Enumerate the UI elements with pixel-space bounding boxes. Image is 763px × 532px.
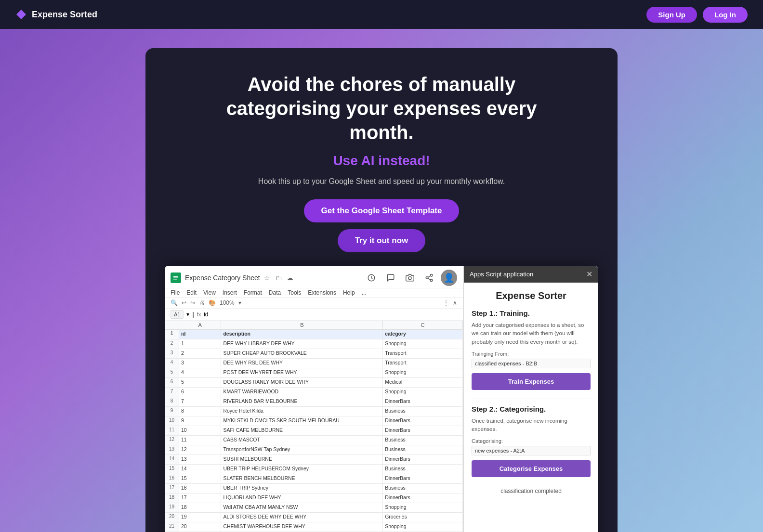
cell-desc[interactable]: Wdl ATM CBA ATM MANLY NSW xyxy=(221,503,383,512)
cell-c1[interactable]: category xyxy=(383,330,463,339)
cell-cat[interactable]: Groceries xyxy=(383,513,463,522)
cell-id[interactable]: 8 xyxy=(179,407,221,416)
cell-id[interactable]: 12 xyxy=(179,445,221,454)
menu-insert[interactable]: Insert xyxy=(223,289,237,296)
cell-cat[interactable]: Transport xyxy=(383,359,463,368)
cell-cat[interactable]: DinnerBars xyxy=(383,426,463,435)
cell-desc[interactable]: CHEMIST WAREHOUSE DEE WHY xyxy=(221,522,383,532)
cell-cat[interactable]: Shopping xyxy=(383,368,463,377)
cell-id[interactable]: 7 xyxy=(179,397,221,406)
paint-icon[interactable]: 🎨 xyxy=(209,299,216,306)
cell-id[interactable]: 17 xyxy=(179,493,221,503)
cell-desc[interactable]: DEE WHY LIBRARY DEE WHY xyxy=(221,339,383,349)
cell-cat[interactable]: Shopping xyxy=(383,339,463,349)
cell-desc[interactable]: MYKI STKLD CMCLTS SKR SOUTH MELBOURAU xyxy=(221,416,383,426)
cell-cat[interactable]: Business xyxy=(383,407,463,416)
cell-id[interactable]: 19 xyxy=(179,513,221,522)
cell-cat[interactable]: Shopping xyxy=(383,503,463,512)
cell-a1[interactable]: id xyxy=(179,330,221,339)
zoom-icon[interactable]: 🔍 xyxy=(171,299,178,306)
history-icon[interactable] xyxy=(364,270,379,285)
cell-desc[interactable]: SUPER CHEAP AUTO BROOKVALE xyxy=(221,349,383,358)
cell-cat[interactable]: Shopping xyxy=(383,388,463,397)
cell-id[interactable]: 10 xyxy=(179,426,221,435)
cell-id[interactable]: 3 xyxy=(179,359,221,368)
cell-desc[interactable]: DOUGLASS HANLY MOIR DEE WHY xyxy=(221,378,383,387)
col-header-c[interactable]: C xyxy=(383,321,463,329)
cell-desc[interactable]: TransportforNSW Tap Sydney xyxy=(221,445,383,454)
col-header-a[interactable]: A xyxy=(179,321,221,329)
cell-cat[interactable]: DinnerBars xyxy=(383,455,463,464)
train-expenses-button[interactable]: Train Expenses xyxy=(472,373,591,390)
cell-desc[interactable]: Royce Hotel Kilda xyxy=(221,407,383,416)
cell-desc[interactable]: SUSHI MELBOURNE xyxy=(221,455,383,464)
cell-cat[interactable]: Business xyxy=(383,484,463,493)
menu-tools[interactable]: Tools xyxy=(288,289,301,296)
menu-more[interactable]: ... xyxy=(362,289,367,296)
cell-desc[interactable]: ALDI STORES DEE WHY DEE WHY xyxy=(221,513,383,522)
print-icon[interactable]: 🖨 xyxy=(199,299,205,306)
cell-cat[interactable]: Business xyxy=(383,445,463,454)
cell-cat[interactable]: Medical xyxy=(383,378,463,387)
cloud-icon[interactable]: ☁ xyxy=(287,274,293,282)
signup-button[interactable]: Sign Up xyxy=(646,7,697,23)
menu-data[interactable]: Data xyxy=(269,289,281,296)
formula-value[interactable]: id xyxy=(204,311,208,318)
cell-id[interactable]: 15 xyxy=(179,474,221,483)
menu-help[interactable]: Help xyxy=(343,289,355,296)
menu-edit[interactable]: Edit xyxy=(186,289,197,296)
cell-id[interactable]: 1 xyxy=(179,339,221,349)
cell-id[interactable]: 4 xyxy=(179,368,221,377)
cell-desc[interactable]: RIVERLAND BAR MELBOURNE xyxy=(221,397,383,406)
cell-id[interactable]: 14 xyxy=(179,465,221,474)
cell-id[interactable]: 20 xyxy=(179,522,221,532)
cell-desc[interactable]: CABS MASCOT xyxy=(221,436,383,445)
cell-ref-dropdown[interactable]: ▾ xyxy=(186,311,189,318)
cell-cat[interactable]: DinnerBars xyxy=(383,493,463,503)
toolbar-more[interactable]: ⋮ xyxy=(443,299,449,306)
cell-cat[interactable]: Shopping xyxy=(383,522,463,532)
cell-desc[interactable]: POST DEE WHYRET DEE WHY xyxy=(221,368,383,377)
cell-id[interactable]: 5 xyxy=(179,378,221,387)
sidebar-close-button[interactable]: ✕ xyxy=(586,270,592,279)
cell-id[interactable]: 2 xyxy=(179,349,221,358)
cell-desc[interactable]: LIQUORLAND DEE WHY xyxy=(221,493,383,503)
toolbar-collapse[interactable]: ∧ xyxy=(453,299,457,306)
cell-id[interactable]: 13 xyxy=(179,455,221,464)
cell-desc[interactable]: SAFI CAFE MELBOURNE xyxy=(221,426,383,435)
cell-id[interactable]: 18 xyxy=(179,503,221,512)
col-header-b[interactable]: B xyxy=(221,321,383,329)
cell-id[interactable]: 16 xyxy=(179,484,221,493)
cell-id[interactable]: 9 xyxy=(179,416,221,426)
undo-icon[interactable]: ↩ xyxy=(182,299,186,306)
zoom-level[interactable]: 100% xyxy=(220,299,235,306)
menu-format[interactable]: Format xyxy=(244,289,262,296)
cell-reference[interactable]: A1 xyxy=(171,310,184,319)
share-icon[interactable] xyxy=(421,270,437,285)
get-sheet-button[interactable]: Get the Google Sheet Template xyxy=(304,199,460,222)
cell-cat[interactable]: Business xyxy=(383,465,463,474)
cell-cat[interactable]: Transport xyxy=(383,349,463,358)
cell-id[interactable]: 11 xyxy=(179,436,221,445)
cell-cat[interactable]: Business xyxy=(383,436,463,445)
login-button[interactable]: Log In xyxy=(703,7,748,23)
comment-icon[interactable] xyxy=(383,270,398,285)
cell-desc[interactable]: SLATER BENCH MELBOURNE xyxy=(221,474,383,483)
cell-cat[interactable]: DinnerBars xyxy=(383,416,463,426)
cell-b1[interactable]: description xyxy=(221,330,383,339)
menu-extensions[interactable]: Extensions xyxy=(308,289,336,296)
folder-icon[interactable]: 🗀 xyxy=(275,274,282,282)
menu-file[interactable]: File xyxy=(171,289,180,296)
cell-desc[interactable]: UBER TRIP HELPUBERCOM Sydney xyxy=(221,465,383,474)
cell-cat[interactable]: DinnerBars xyxy=(383,397,463,406)
cell-desc[interactable]: UBER TRIP Sydney xyxy=(221,484,383,493)
camera-icon[interactable] xyxy=(402,270,418,285)
zoom-dropdown-icon[interactable]: ▾ xyxy=(238,299,241,306)
cell-desc[interactable]: KMART WARRIEWOOD xyxy=(221,388,383,397)
try-it-button[interactable]: Try it out now xyxy=(338,229,426,252)
star-icon[interactable]: ☆ xyxy=(264,274,270,282)
cell-cat[interactable]: DinnerBars xyxy=(383,474,463,483)
menu-view[interactable]: View xyxy=(203,289,216,296)
categorise-expenses-button[interactable]: Categorise Expenses xyxy=(472,460,591,477)
cell-desc[interactable]: DEE WHY RSL DEE WHY xyxy=(221,359,383,368)
